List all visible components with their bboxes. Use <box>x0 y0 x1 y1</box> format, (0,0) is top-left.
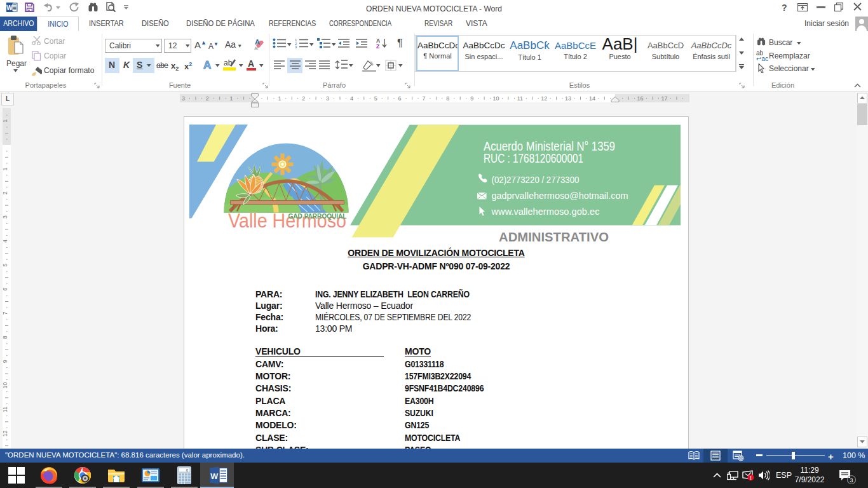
svg-text:12: 12 <box>2 430 8 437</box>
svg-text:1: 1 <box>2 167 8 170</box>
svg-text:17: 17 <box>661 95 667 102</box>
svg-text:ADMINISTRATIVO: ADMINISTRATIVO <box>499 230 609 244</box>
svg-text:7: 7 <box>2 311 8 315</box>
svg-text:2: 2 <box>2 191 8 194</box>
svg-text:(02)2773220 / 2773300: (02)2773220 / 2773300 <box>492 174 580 184</box>
svg-text:1: 1 <box>278 95 281 102</box>
svg-text:12: 12 <box>541 95 547 102</box>
svg-text:2: 2 <box>302 95 305 102</box>
svg-text:Z: Z <box>376 43 379 49</box>
svg-text:7: 7 <box>422 95 425 102</box>
svg-text:gadprvallehermoso@hotmail.com: gadprvallehermoso@hotmail.com <box>492 191 628 201</box>
svg-text:6: 6 <box>398 95 402 102</box>
svg-text:2: 2 <box>206 95 209 102</box>
svg-text:4: 4 <box>2 240 8 243</box>
svg-text:1: 1 <box>230 95 233 102</box>
svg-text:www.vallehermoso.gob.ec: www.vallehermoso.gob.ec <box>491 207 599 217</box>
svg-text:3: 3 <box>850 477 853 484</box>
svg-text:RUC : 1768120600001: RUC : 1768120600001 <box>484 151 583 165</box>
svg-text:3: 3 <box>326 95 329 102</box>
svg-text:11: 11 <box>2 407 8 412</box>
svg-text:5: 5 <box>374 95 377 102</box>
svg-text:1: 1 <box>2 119 8 123</box>
svg-text:6: 6 <box>2 288 8 291</box>
svg-text:16: 16 <box>637 95 644 102</box>
svg-text:11: 11 <box>517 95 523 102</box>
svg-text:5: 5 <box>2 264 8 267</box>
svg-text:13: 13 <box>565 95 571 102</box>
svg-text:3: 3 <box>2 215 8 219</box>
svg-text:8: 8 <box>2 336 8 339</box>
svg-text:8: 8 <box>446 95 449 102</box>
svg-text:3: 3 <box>295 45 297 48</box>
svg-text:A: A <box>255 39 260 46</box>
svg-text:4: 4 <box>350 95 353 102</box>
svg-text:10: 10 <box>492 95 499 102</box>
svg-text:9: 9 <box>2 360 8 363</box>
svg-text:!: ! <box>750 475 752 481</box>
svg-text:10: 10 <box>2 382 8 388</box>
svg-text:GAD PARROQUIAL: GAD PARROQUIAL <box>288 212 347 220</box>
svg-text:9: 9 <box>470 95 473 102</box>
svg-text:W: W <box>210 472 218 481</box>
svg-text:14: 14 <box>589 95 595 102</box>
svg-text:3: 3 <box>182 95 185 102</box>
